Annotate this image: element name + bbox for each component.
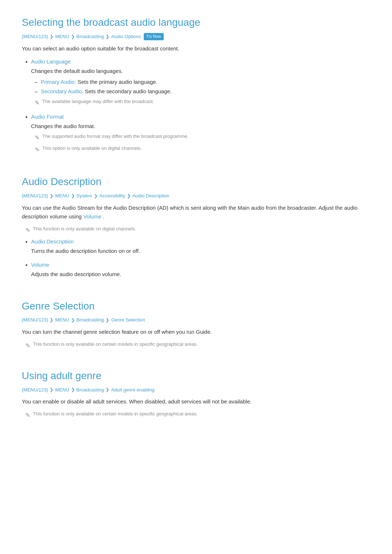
bullet-content-audio-language: Audio Language Changes the default audio… [31, 57, 370, 110]
section-title-broadcast-audio: Selecting the broadcast audio language [22, 15, 370, 31]
sub-label-secondary: Secondary Audio: Sets the secondary audi… [41, 87, 172, 96]
audio-format-desc: Changes the audio format. [31, 122, 370, 131]
pencil-icon-3: ✎ [35, 145, 40, 155]
bc-ad-sep-2: ❯ [71, 193, 75, 200]
bc-ag-adult-genre: Adult genre enabling [111, 386, 154, 394]
pencil-icon-1: ✎ [35, 98, 40, 108]
breadcrumb-genre-selection: (MENU/123) ❯ MENU ❯ Broadcasting ❯ Genre… [22, 316, 370, 324]
breadcrumb-sep-2: ❯ [71, 33, 75, 40]
audio-language-desc: Changes the default audio languages. [31, 67, 370, 75]
breadcrumb-sep-1: ❯ [50, 33, 53, 40]
bc-gs-broadcasting: Broadcasting [77, 316, 104, 324]
section-body-audio-description: You can use the Audio Stream for the Aud… [22, 204, 370, 221]
bc-ag-sep-2: ❯ [71, 386, 75, 393]
pencil-icon-ad-top: ✎ [25, 226, 30, 235]
bullet-list-audio-description: • Audio Description Turns the audio desc… [22, 237, 370, 281]
secondary-audio-text: Sets the secondary audio language. [85, 88, 172, 94]
ad-body-link: Volume [83, 213, 101, 219]
note-text-adult-genre: This function is only available on certa… [33, 410, 198, 418]
pencil-icon-2: ✎ [35, 133, 40, 143]
breadcrumb-menu: MENU [55, 33, 69, 41]
bc-ad-accessibility: Accessibility [99, 192, 125, 200]
ad-body-suffix: . [103, 213, 104, 219]
bullet-list-broadcast-audio: • Audio Language Changes the default aud… [22, 57, 370, 157]
bc-gs-genre-selection: Genre Selection [111, 316, 145, 324]
audio-format-label: Audio Format [31, 112, 370, 121]
bc-ag-menu123: (MENU/123) [22, 386, 48, 394]
bc-ad-audio-description: Audio Description [132, 192, 170, 200]
note-audio-format-2: ✎ This option is only available on digit… [35, 145, 370, 155]
note-text-audio-language: The available language may differ with t… [42, 98, 154, 105]
bc-ag-sep-1: ❯ [50, 386, 53, 393]
breadcrumb-menu123: (MENU/123) [22, 33, 48, 41]
note-text-genre-selection: This function is only available on certa… [33, 341, 198, 348]
breadcrumb-broadcasting: Broadcasting [77, 33, 104, 41]
section-title-audio-description: Audio Description [22, 174, 370, 190]
list-item-audio-format: • Audio Format Changes the audio format.… [22, 112, 370, 156]
bc-ad-menu123: (MENU/123) [22, 192, 48, 200]
ad-volume-label: Volume [31, 260, 370, 269]
bc-ad-menu: MENU [55, 192, 69, 200]
note-ad-top: ✎ This function is only available on dig… [25, 225, 370, 235]
bc-gs-sep-3: ❯ [106, 317, 109, 324]
section-audio-description: Audio Description (MENU/123) ❯ MENU ❯ Sy… [22, 174, 370, 280]
primary-audio-label: Primary Audio: [41, 79, 76, 85]
breadcrumb-adult-genre: (MENU/123) ❯ MENU ❯ Broadcasting ❯ Adult… [22, 386, 370, 394]
note-audio-language: ✎ The available language may differ with… [35, 98, 370, 108]
list-item-ad-function: • Audio Description Turns the audio desc… [22, 237, 370, 258]
list-item-ad-volume: • Volume Adjusts the audio description v… [22, 260, 370, 281]
bc-ag-sep-3: ❯ [106, 386, 109, 393]
list-item-audio-language: • Audio Language Changes the default aud… [22, 57, 370, 110]
bullet-dot-2: • [25, 113, 28, 121]
bullet-dot-1: • [25, 58, 28, 66]
bc-ag-broadcasting: Broadcasting [77, 386, 104, 394]
ad-function-label: Audio Description [31, 237, 370, 246]
note-text-audio-format-2: This option is only available on digital… [42, 145, 142, 152]
section-title-adult-genre: Using adult genre [22, 368, 370, 384]
bc-ag-menu: MENU [55, 386, 69, 394]
ad-volume-desc: Adjusts the audio description volume. [31, 270, 370, 279]
bc-gs-sep-2: ❯ [71, 317, 75, 324]
bullet-content-ad-function: Audio Description Turns the audio descri… [31, 237, 370, 258]
audio-language-label: Audio Language [31, 57, 370, 66]
section-body-adult-genre: You can enable or disable all adult serv… [22, 397, 370, 406]
sub-dash-2: – [35, 87, 38, 96]
breadcrumb-audio-description: (MENU/123) ❯ MENU ❯ System ❯ Accessibili… [22, 192, 370, 200]
bc-gs-menu123: (MENU/123) [22, 316, 48, 324]
pencil-icon-gs: ✎ [25, 341, 30, 350]
pencil-icon-ag: ✎ [25, 411, 30, 420]
note-audio-format-1: ✎ The supported audio format may differ … [35, 133, 370, 143]
bc-gs-sep-1: ❯ [50, 317, 53, 324]
sub-dash-1: – [35, 78, 38, 86]
note-adult-genre: ✎ This function is only available on cer… [25, 410, 370, 420]
sub-item-secondary-audio: – Secondary Audio: Sets the secondary au… [31, 87, 370, 96]
bc-ad-system: System [77, 192, 92, 200]
section-broadcast-audio: Selecting the broadcast audio language (… [22, 15, 370, 156]
try-now-badge[interactable]: Try Now [144, 33, 164, 40]
bc-ad-sep-1: ❯ [50, 193, 53, 200]
primary-audio-text: Sets the primary audio language. [78, 79, 158, 85]
ad-function-desc: Turns the audio description function on … [31, 247, 370, 255]
note-text-ad-top: This function is only available on digit… [33, 225, 136, 233]
ad-body-text: You can use the Audio Stream for the Aud… [22, 205, 358, 219]
section-genre-selection: Genre Selection (MENU/123) ❯ MENU ❯ Broa… [22, 298, 370, 350]
breadcrumb-broadcast-audio: (MENU/123) ❯ MENU ❯ Broadcasting ❯ Audio… [22, 33, 370, 41]
bc-gs-menu: MENU [55, 316, 69, 324]
section-body-genre-selection: You can turn the channel genre selection… [22, 328, 370, 336]
secondary-audio-label: Secondary Audio: [41, 88, 83, 94]
section-title-genre-selection: Genre Selection [22, 298, 370, 315]
breadcrumb-sep-3: ❯ [106, 33, 109, 40]
breadcrumb-audio-options: Audio Options [111, 33, 141, 41]
bc-ad-sep-4: ❯ [127, 193, 131, 200]
section-body-broadcast-audio: You can select an audio option suitable … [22, 44, 370, 53]
sub-item-primary-audio: – Primary Audio: Sets the primary audio … [31, 78, 370, 86]
note-text-audio-format-1: The supported audio format may differ wi… [42, 133, 189, 140]
sub-label-primary: Primary Audio: Sets the primary audio la… [41, 78, 158, 86]
bullet-content-audio-format: Audio Format Changes the audio format. ✎… [31, 112, 370, 156]
bc-ad-sep-3: ❯ [94, 193, 98, 200]
section-adult-genre: Using adult genre (MENU/123) ❯ MENU ❯ Br… [22, 368, 370, 420]
sub-list-audio-language: – Primary Audio: Sets the primary audio … [31, 78, 370, 96]
bullet-content-ad-volume: Volume Adjusts the audio description vol… [31, 260, 370, 281]
note-genre-selection: ✎ This function is only available on cer… [25, 341, 370, 350]
bullet-dot-ad-2: • [25, 261, 28, 269]
